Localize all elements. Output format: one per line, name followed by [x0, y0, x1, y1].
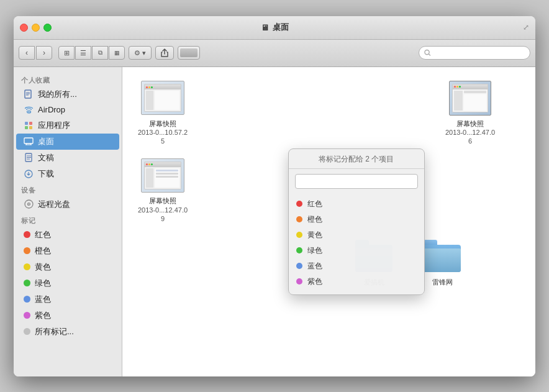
file-area: 屏幕快照 2013-0...10.57.25	[122, 67, 535, 376]
sidebar-label-docs: 文稿	[38, 152, 54, 163]
folder-name-2: 雷锋网	[432, 278, 453, 286]
svg-rect-10	[25, 126, 28, 129]
tag-popup-label-purple: 紫色	[307, 276, 322, 287]
docs-icon	[24, 153, 34, 163]
view-toggle-button[interactable]	[178, 46, 200, 60]
tag-popup-search-input[interactable]	[296, 175, 417, 188]
window-title: 🖥 桌面	[261, 22, 289, 33]
airdrop-icon	[24, 105, 34, 115]
view-buttons: ⊞ ☰ ⧉ ▦	[58, 46, 125, 60]
back-button[interactable]: ‹	[19, 46, 35, 60]
file-item-ss1[interactable]: 屏幕快照 2013-0...10.57.25	[135, 77, 191, 148]
forward-button[interactable]: ›	[36, 46, 52, 60]
sidebar-item-all-tags[interactable]: 所有标记...	[16, 324, 119, 340]
main-content: 个人收藏 我的所有... AirDrop 应用程序	[14, 67, 535, 376]
minimize-button[interactable]	[32, 24, 40, 32]
tag-popup-dot-orange	[296, 216, 302, 222]
toggle-indicator	[180, 48, 197, 57]
sidebar-item-green[interactable]: 绿色	[16, 275, 119, 291]
view-list-button[interactable]: ☰	[75, 46, 91, 60]
share-button[interactable]	[155, 46, 174, 60]
tag-popup-label-yellow: 黄色	[307, 230, 322, 240]
view-coverflow-button[interactable]: ▦	[109, 46, 125, 60]
svg-point-23	[28, 204, 29, 205]
gear-icon: ⚙	[134, 49, 140, 57]
screenshot-thumbnail-3	[449, 81, 491, 116]
file-thumb-folder2	[420, 237, 465, 275]
action-dropdown-icon: ▾	[142, 49, 146, 57]
sidebar-item-purple[interactable]: 紫色	[16, 308, 119, 324]
red-tag-dot	[24, 231, 30, 238]
sidebar-label-desktop: 桌面	[38, 136, 54, 147]
sidebar-label-blue: 蓝色	[35, 294, 51, 305]
svg-rect-12	[24, 138, 33, 144]
file-thumb-ss1	[140, 80, 185, 117]
tag-popup-item-yellow[interactable]: 黄色	[289, 227, 424, 243]
tag-popup-label-green: 绿色	[307, 245, 322, 256]
sidebar-item-apps[interactable]: 应用程序	[16, 117, 119, 134]
tag-popup-item-orange[interactable]: 橙色	[289, 212, 424, 227]
disc-icon	[24, 199, 34, 209]
sidebar-item-all[interactable]: 我的所有...	[16, 86, 119, 103]
sidebar-section-devices: 设备	[14, 182, 122, 196]
search-box[interactable]	[419, 46, 530, 60]
search-input[interactable]	[433, 48, 525, 57]
svg-rect-9	[29, 122, 32, 125]
sidebar-item-orange[interactable]: 橙色	[16, 243, 119, 259]
tag-popup-search-box[interactable]	[295, 174, 418, 189]
tag-popup-label-blue: 蓝色	[307, 261, 322, 271]
desktop-icon	[24, 137, 34, 147]
maximize-button[interactable]	[43, 24, 52, 32]
file-thumb-ss2	[140, 157, 185, 194]
tag-popup-item-red[interactable]: 红色	[289, 196, 424, 212]
tag-popup-label-orange: 橙色	[307, 214, 322, 225]
tag-popup-item-green[interactable]: 绿色	[289, 243, 424, 258]
tag-popup-title: 将标记分配给 2 个项目	[289, 149, 424, 169]
downloads-icon	[24, 169, 34, 179]
coverflow-icon: ▦	[114, 50, 120, 56]
finder-window: 🖥 桌面 ⤢ ‹ › ⊞ ☰ ⧉ ▦	[14, 16, 535, 376]
sidebar: 个人收藏 我的所有... AirDrop 应用程序	[14, 67, 122, 376]
action-button[interactable]: ⚙ ▾	[129, 46, 152, 60]
sidebar-item-red[interactable]: 红色	[16, 227, 119, 243]
sidebar-label-purple: 紫色	[35, 310, 51, 321]
back-icon: ‹	[25, 48, 28, 57]
file-item-ss2[interactable]: 屏幕快照 2013-0...12.47.09	[135, 154, 191, 226]
title-icon: 🖥	[261, 23, 269, 32]
view-icon-button[interactable]: ⊞	[58, 46, 75, 60]
search-icon	[424, 49, 431, 57]
sidebar-item-blue[interactable]: 蓝色	[16, 291, 119, 308]
sidebar-item-yellow[interactable]: 黄色	[16, 259, 119, 275]
file-date-ss1: 2013-0...10.57.25	[137, 128, 188, 146]
tag-popup-dot-green	[296, 247, 302, 253]
purple-tag-dot	[24, 312, 30, 319]
resize-icon[interactable]: ⤢	[523, 23, 529, 32]
sidebar-section-personal: 个人收藏	[14, 72, 122, 86]
sidebar-item-remote-disc[interactable]: 远程光盘	[16, 196, 119, 212]
share-icon	[160, 48, 169, 57]
titlebar: 🖥 桌面 ⤢	[14, 16, 535, 40]
grid-icon: ⊞	[64, 49, 70, 57]
sidebar-item-airdrop[interactable]: AirDrop	[16, 103, 119, 117]
yellow-tag-dot	[24, 263, 30, 270]
sidebar-label-downloads: 下载	[38, 168, 54, 180]
tag-popup-item-blue[interactable]: 蓝色	[289, 258, 424, 274]
sidebar-item-docs[interactable]: 文稿	[16, 150, 119, 166]
sidebar-label-all: 我的所有...	[38, 89, 77, 100]
close-button[interactable]	[20, 24, 28, 32]
sidebar-item-downloads[interactable]: 下载	[16, 166, 119, 182]
svg-rect-8	[25, 122, 28, 125]
tag-popup-item-purple[interactable]: 紫色	[289, 274, 424, 289]
sidebar-item-desktop[interactable]: 桌面	[16, 134, 119, 150]
tag-popup-dot-yellow	[296, 232, 302, 238]
list-icon: ☰	[80, 49, 86, 57]
view-columns-button[interactable]: ⧉	[92, 46, 108, 60]
left-column: 屏幕快照 2013-0...10.57.25	[135, 77, 191, 226]
green-tag-dot	[24, 280, 30, 286]
file-item-ss3[interactable]: 屏幕快照 2013-0...12.47.06	[442, 77, 498, 148]
tag-popup-dot-blue	[296, 263, 302, 269]
orange-tag-dot	[24, 247, 30, 254]
svg-point-0	[425, 50, 429, 54]
sidebar-section-tags: 标记	[14, 212, 122, 227]
file-name-ss2: 屏幕快照	[149, 196, 176, 205]
